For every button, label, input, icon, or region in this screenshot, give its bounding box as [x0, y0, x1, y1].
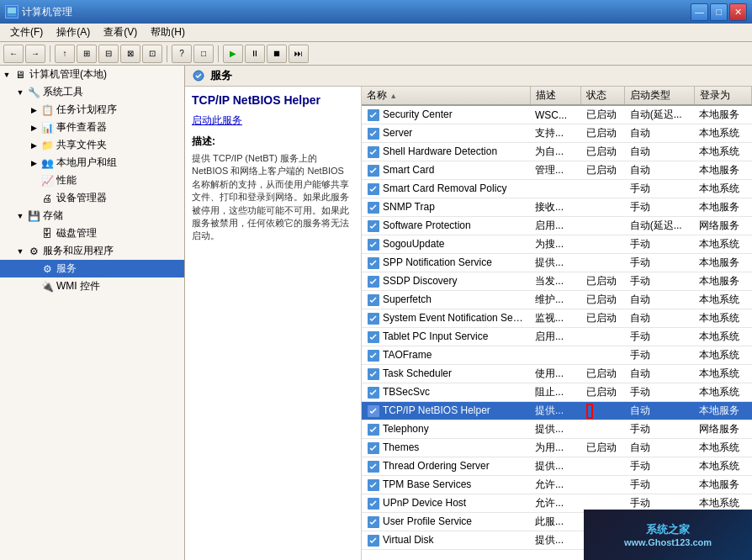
restart-btn[interactable]: ⏭: [289, 45, 309, 63]
export-btn[interactable]: ⊟: [98, 45, 119, 63]
tree-storage[interactable]: ▼ 💾 存储: [0, 207, 184, 225]
service-name-cell: Smart Card Removal Policy: [362, 180, 530, 198]
menu-action[interactable]: 操作(A): [50, 24, 97, 41]
maximize-btn[interactable]: □: [710, 3, 728, 21]
minimize-btn[interactable]: —: [691, 3, 708, 21]
table-row[interactable]: Themes为用...已启动自动本地系统: [362, 439, 752, 457]
table-row[interactable]: Tablet PC Input Service启用...手动本地系统: [362, 328, 752, 346]
service-status-cell: [581, 198, 625, 217]
service-status-cell: 已启动: [581, 124, 625, 143]
expand-task[interactable]: ▶: [27, 103, 40, 117]
tree-services-apps[interactable]: ▼ ⚙ 服务和应用程序: [0, 242, 184, 260]
col-startup[interactable]: 启动类型: [625, 87, 695, 105]
col-logon[interactable]: 登录为: [694, 87, 751, 105]
expand-storage[interactable]: ▼: [13, 209, 27, 223]
service-name-cell: SPP Notification Service: [362, 254, 530, 272]
paste-btn[interactable]: ⊡: [142, 45, 162, 63]
service-row-icon: [367, 312, 380, 325]
table-row[interactable]: Superfetch维护...已启动自动本地系统: [362, 291, 752, 309]
tree-task-scheduler[interactable]: ▶ 📋 任务计划程序: [0, 101, 184, 119]
table-row[interactable]: Thread Ordering Server提供...手动本地系统: [362, 457, 752, 476]
up-btn[interactable]: ↑: [55, 45, 75, 63]
col-status[interactable]: 状态: [581, 87, 625, 105]
tree-wmi[interactable]: 🔌 WMI 控件: [0, 277, 184, 295]
main-layout: ▼ 🖥 计算机管理(本地) ▼ 🔧 系统工具 ▶ 📋 任务计划程序 ▶ 📊 事件…: [0, 66, 752, 560]
expand-share[interactable]: ▶: [27, 139, 40, 152]
service-startup-cell: 手动: [625, 235, 695, 254]
expand-root[interactable]: ▼: [0, 68, 13, 82]
expand-services-apps[interactable]: ▼: [13, 245, 27, 258]
service-row-icon: [367, 145, 380, 159]
table-row[interactable]: SNMP Trap接收...手动本地服务: [362, 198, 752, 217]
menu-view[interactable]: 查看(V): [97, 24, 144, 41]
table-row[interactable]: TBSecSvc阻止...已启动手动本地系统: [362, 383, 752, 402]
close-btn[interactable]: ✕: [729, 3, 747, 21]
table-row[interactable]: Security CenterWSC...已启动自动(延迟...本地服务: [362, 105, 752, 124]
col-name[interactable]: 名称 ▲: [362, 87, 530, 105]
service-name-cell: UPnP Device Host: [362, 494, 530, 513]
table-row[interactable]: Smart Card Removal Policy手动本地系统: [362, 180, 752, 198]
expand-event[interactable]: ▶: [27, 121, 40, 135]
menu-help[interactable]: 帮助(H): [144, 24, 192, 41]
left-panel: ▼ 🖥 计算机管理(本地) ▼ 🔧 系统工具 ▶ 📋 任务计划程序 ▶ 📊 事件…: [0, 66, 185, 560]
service-row-icon: [367, 182, 380, 196]
device-icon: 🖨: [40, 192, 54, 205]
start-btn[interactable]: ▶: [223, 45, 243, 63]
tree-device-manager[interactable]: 🖨 设备管理器: [0, 189, 184, 207]
service-desc-cell: 提供...: [530, 420, 581, 439]
service-name-cell: Security Center: [362, 105, 530, 124]
service-name-cell: Thread Ordering Server: [362, 457, 530, 476]
expand-users[interactable]: ▶: [27, 156, 40, 170]
tree-root[interactable]: ▼ 🖥 计算机管理(本地): [0, 66, 184, 83]
expand-system[interactable]: ▼: [13, 86, 27, 99]
tree-local-users[interactable]: ▶ 👥 本地用户和组: [0, 154, 184, 172]
table-row[interactable]: Task Scheduler使用...已启动自动本地系统: [362, 365, 752, 383]
service-startup-cell: 自动: [625, 143, 695, 161]
event-icon: 📊: [40, 121, 54, 135]
table-row[interactable]: SSDP Discovery当发...已启动手动本地服务: [362, 272, 752, 291]
service-row-icon: [367, 256, 380, 270]
tree-services[interactable]: ⚙ 服务: [0, 260, 184, 277]
table-header-row: 名称 ▲ 描述 状态 启动类型 登录为: [362, 87, 752, 105]
service-icon: ⚙: [40, 262, 54, 276]
table-row[interactable]: TAOFrame手动本地系统: [362, 346, 752, 365]
start-service-link[interactable]: 启动此服务: [192, 114, 354, 128]
table-row[interactable]: SogouUpdate为搜...手动本地系统: [362, 235, 752, 254]
help-btn[interactable]: ?: [172, 45, 192, 63]
service-logon-cell: 本地系统: [694, 309, 751, 328]
show-hide-btn[interactable]: ⊞: [77, 45, 97, 63]
table-row[interactable]: Telephony提供...手动网络服务: [362, 420, 752, 439]
service-logon-cell: 本地服务: [694, 198, 751, 217]
stop-btn[interactable]: ⏹: [267, 45, 287, 63]
service-desc-cell: 支持...: [530, 124, 581, 143]
watermark: 系统之家 www.Ghost123.com: [584, 510, 752, 560]
tree-disk-management[interactable]: 🗄 磁盘管理: [0, 225, 184, 242]
service-row-icon: [367, 330, 380, 344]
tree-event-label: 事件查看器: [56, 120, 107, 135]
service-name-cell: Tablet PC Input Service: [362, 328, 530, 346]
table-row[interactable]: SPP Notification Service提供...手动本地服务: [362, 254, 752, 272]
menu-file[interactable]: 文件(F): [3, 24, 50, 41]
tree-system-tools[interactable]: ▼ 🔧 系统工具: [0, 83, 184, 101]
copy-btn[interactable]: ⊠: [120, 45, 140, 63]
tree-shared-folders[interactable]: ▶ 📁 共享文件夹: [0, 136, 184, 154]
table-row[interactable]: Shell Hardware Detection为自...已启动自动本地系统: [362, 143, 752, 161]
table-row[interactable]: System Event Notification Service监视...已启…: [362, 309, 752, 328]
table-row[interactable]: Smart Card管理...已启动自动本地服务: [362, 161, 752, 180]
col-desc[interactable]: 描述: [530, 87, 581, 105]
table-row[interactable]: Software Protection启用...自动(延迟...网络服务: [362, 217, 752, 235]
table-row[interactable]: TCP/IP NetBIOS Helper提供...自动本地服务: [362, 402, 752, 420]
pause-btn[interactable]: ⏸: [245, 45, 265, 63]
new-window-btn[interactable]: □: [193, 45, 214, 63]
table-row[interactable]: Server支持...已启动自动本地系统: [362, 124, 752, 143]
tree-performance[interactable]: 📈 性能: [0, 172, 184, 189]
table-row[interactable]: TPM Base Services允许...手动本地服务: [362, 476, 752, 494]
forward-btn[interactable]: →: [25, 45, 45, 63]
service-name-cell: Themes: [362, 439, 530, 457]
back-btn[interactable]: ←: [3, 45, 24, 63]
service-name-cell: TPM Base Services: [362, 476, 530, 494]
service-desc-cell: 接收...: [530, 198, 581, 217]
system-tools-icon: 🔧: [27, 86, 40, 99]
perf-icon: 📈: [40, 174, 54, 188]
tree-event-viewer[interactable]: ▶ 📊 事件查看器: [0, 119, 184, 136]
